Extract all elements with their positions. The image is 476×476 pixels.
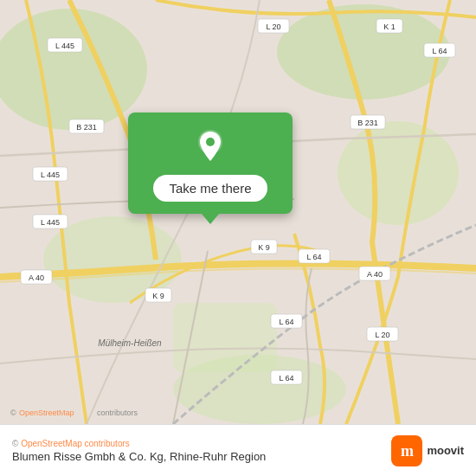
svg-text:A 40: A 40 — [367, 270, 383, 279]
svg-text:contributors: contributors — [97, 408, 138, 417]
svg-text:K 1: K 1 — [383, 23, 396, 31]
svg-point-6 — [173, 355, 346, 424]
map-container: L 445 L 20 K 1 L 64 B 231 L 445 B 231 L … — [0, 0, 476, 424]
moovit-logo: m moovit — [391, 435, 464, 466]
take-me-there-button[interactable]: Take me there — [153, 175, 267, 202]
svg-text:L 445: L 445 — [55, 42, 74, 50]
bottom-bar: © OpenStreetMap contributors Blumen Riss… — [0, 424, 476, 476]
bottom-info: © OpenStreetMap contributors Blumen Riss… — [12, 439, 266, 463]
attribution-text: © OpenStreetMap contributors — [12, 439, 266, 448]
svg-text:L 20: L 20 — [266, 23, 280, 31]
popup-card: Take me there — [128, 113, 293, 214]
moovit-m-letter: m — [401, 443, 414, 459]
svg-text:B 231: B 231 — [76, 123, 97, 132]
svg-text:Mülheim-Heißen: Mülheim-Heißen — [98, 338, 162, 348]
svg-text:©: © — [10, 408, 16, 417]
svg-text:A 40: A 40 — [29, 273, 44, 282]
svg-text:L 20: L 20 — [375, 331, 389, 339]
svg-text:L 64: L 64 — [432, 47, 447, 55]
svg-text:B 231: B 231 — [357, 119, 378, 127]
svg-text:OpenStreetMap: OpenStreetMap — [19, 408, 74, 417]
svg-text:K 9: K 9 — [152, 292, 164, 300]
moovit-icon: m — [391, 435, 422, 466]
moovit-wordmark: moovit — [427, 444, 464, 457]
svg-text:L 445: L 445 — [41, 218, 60, 227]
svg-text:L 64: L 64 — [279, 374, 293, 383]
location-pin-icon — [191, 128, 229, 166]
svg-text:L 64: L 64 — [279, 318, 293, 326]
svg-text:L 64: L 64 — [306, 253, 321, 261]
location-name: Blumen Risse Gmbh & Co. Kg, Rhine-Ruhr R… — [12, 450, 266, 463]
svg-text:L 445: L 445 — [41, 170, 60, 179]
svg-text:K 9: K 9 — [258, 243, 270, 252]
osm-link[interactable]: OpenStreetMap contributors — [21, 439, 130, 448]
svg-point-44 — [206, 138, 215, 146]
